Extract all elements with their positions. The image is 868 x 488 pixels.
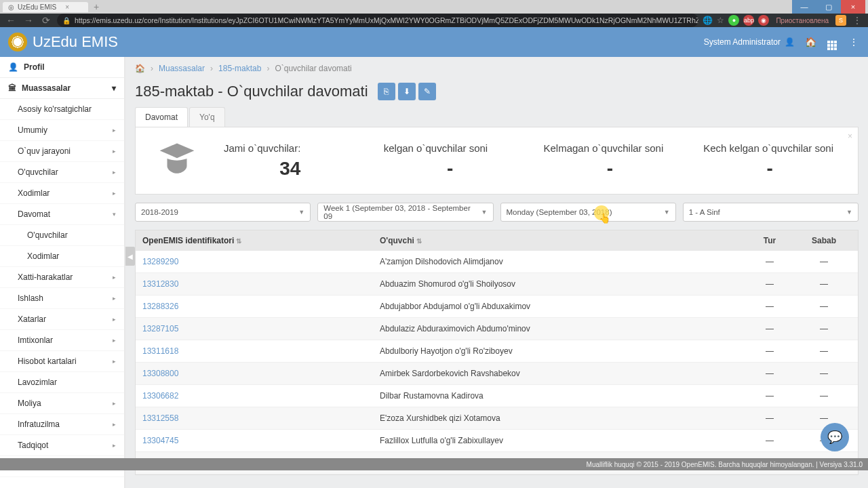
- sidebar-item[interactable]: Umumiy▸: [0, 120, 124, 141]
- table-row[interactable]: 13306682Dilbar Rustamovna Kadirova——: [136, 385, 858, 407]
- address-bar[interactable]: 🔒 https://emis.uzedu.uz/core/Institution…: [57, 14, 698, 27]
- lock-icon: 🔒: [62, 17, 71, 24]
- sidebar-item[interactable]: O'quvchilar: [0, 225, 124, 246]
- sidebar-item[interactable]: Imtixonlar▸: [0, 330, 124, 351]
- sidebar-item[interactable]: Xatti-harakatlar▸: [0, 267, 124, 288]
- table-row[interactable]: 13289290A'zamjon Dilshodovich Alimdjanov…: [136, 251, 858, 273]
- student-id-link[interactable]: 13304745: [142, 436, 380, 445]
- app-logo-icon: [8, 33, 27, 52]
- sidebar-item[interactable]: Tadqiqot▸: [0, 435, 124, 456]
- close-tab-icon[interactable]: ×: [65, 3, 69, 11]
- translate-icon[interactable]: 🌐: [703, 16, 713, 25]
- student-id-link[interactable]: 13287105: [142, 324, 380, 333]
- sidebar-item[interactable]: O`quv jarayoni▸: [0, 141, 124, 162]
- cell: —: [797, 279, 851, 289]
- apps-icon[interactable]: [826, 35, 838, 50]
- cell: —: [743, 257, 797, 266]
- chevron-right-icon: ▸: [113, 148, 116, 155]
- stat-label: Kech kelgan o`quvchilar soni: [703, 142, 836, 154]
- home-icon[interactable]: 🏠: [804, 37, 816, 47]
- browser-tab[interactable]: ◎ UzEdu EMIS ×: [3, 2, 88, 12]
- star-icon[interactable]: ☆: [717, 16, 724, 25]
- edit-button[interactable]: ✎: [418, 83, 436, 100]
- stat-label: kelgan o`quvchilar soni: [384, 142, 517, 154]
- profile-icon: 👤: [8, 62, 18, 72]
- student-name: Fazlillox Lutfulla o'g'li Zabixullayev: [380, 436, 743, 445]
- table-row[interactable]: 13304745Fazlillox Lutfulla o'g'li Zabixu…: [136, 430, 858, 452]
- chevron-right-icon: ▸: [113, 358, 116, 365]
- sidebar-collapse-button[interactable]: ◀: [125, 247, 135, 266]
- student-id-link[interactable]: 13312830: [142, 279, 380, 289]
- class-select[interactable]: 1 - A Sinf▼: [683, 203, 859, 222]
- paused-label[interactable]: Приостановлена: [773, 17, 831, 24]
- col-header[interactable]: OpenEMIS identifikatori: [142, 236, 234, 245]
- sidebar-section-header[interactable]: 🏛 Muassasalar ▾: [0, 78, 124, 99]
- page-title: 185-maktab - O`quvchilar davomati: [135, 83, 368, 100]
- col-header[interactable]: Sabab: [797, 236, 851, 245]
- col-header[interactable]: O'quvchi: [380, 236, 414, 245]
- reload-icon[interactable]: ⟳: [39, 15, 53, 26]
- caret-icon: ▼: [481, 209, 488, 216]
- table-row[interactable]: 13288326Abdujabbor Abdujamol o'g'li Abdu…: [136, 296, 858, 318]
- chat-fab-button[interactable]: 💬: [821, 423, 849, 451]
- close-icon[interactable]: ×: [848, 131, 852, 141]
- profile-avatar-icon[interactable]: S: [835, 15, 846, 26]
- sidebar-item[interactable]: O'quvchilar▸: [0, 162, 124, 183]
- student-id-link[interactable]: 13311618: [142, 346, 380, 356]
- menu-icon[interactable]: ⋮: [850, 15, 864, 26]
- col-header[interactable]: Tur: [743, 236, 797, 245]
- year-select[interactable]: 2018-2019▼: [135, 203, 311, 222]
- table-row[interactable]: 13312558E'zoza Xurshidbek qizi Xotamova—…: [136, 407, 858, 430]
- table-row[interactable]: 13308800Amirbek Sardorbekovich Ravshabek…: [136, 363, 858, 385]
- sidebar-item[interactable]: Infratuzilma▸: [0, 414, 124, 435]
- sidebar-item[interactable]: Hisobot kartalari▸: [0, 351, 124, 372]
- import-button[interactable]: ⬇: [398, 83, 416, 100]
- tab-yoq[interactable]: Yo'q: [189, 107, 225, 127]
- week-select[interactable]: Week 1 (September 03, 2018 - September 0…: [317, 203, 493, 222]
- sidebar-item[interactable]: Ishlash▸: [0, 288, 124, 309]
- sidebar-item[interactable]: Moliya▸: [0, 393, 124, 414]
- back-icon[interactable]: ←: [4, 15, 18, 26]
- sidebar-item[interactable]: Xatarlar▸: [0, 309, 124, 330]
- chevron-down-icon: ▾: [112, 83, 116, 93]
- student-id-link[interactable]: 13312558: [142, 413, 380, 423]
- extension-icon[interactable]: abp: [743, 15, 754, 26]
- student-id-link[interactable]: 13308800: [142, 369, 380, 378]
- maximize-icon[interactable]: ▢: [816, 0, 841, 14]
- more-icon[interactable]: ⋮: [848, 37, 860, 47]
- sidebar-profile[interactable]: 👤 Profil: [0, 57, 124, 78]
- close-window-icon[interactable]: ×: [841, 0, 865, 14]
- sidebar-item[interactable]: Lavozimlar: [0, 372, 124, 393]
- table-row[interactable]: 13312830Abduazim Shomurod o'g'li Shoilyo…: [136, 273, 858, 296]
- student-id-link[interactable]: 13288326: [142, 302, 380, 311]
- export-button[interactable]: ⎘: [378, 83, 395, 100]
- day-select[interactable]: Monday (September 03, 2018)▼ 👆: [500, 203, 676, 222]
- chevron-right-icon: ▸: [113, 337, 116, 344]
- chevron-right-icon: ▸: [113, 400, 116, 407]
- chevron-right-icon: ▸: [113, 316, 116, 323]
- extension-icon[interactable]: ●: [728, 15, 739, 26]
- sidebar-item[interactable]: Davomat▾: [0, 204, 124, 225]
- sidebar-item[interactable]: Xodimlar▸: [0, 183, 124, 204]
- cell: —: [743, 346, 797, 356]
- new-tab-icon[interactable]: +: [94, 1, 99, 12]
- sidebar-item[interactable]: Asosiy ko'rsatgichlar: [0, 99, 124, 120]
- tab-davomat[interactable]: Davomat: [135, 107, 188, 127]
- user-menu[interactable]: System Administrator 👤: [704, 37, 795, 47]
- student-name: Abdulaziz Abduraximovich Abdumo'minov: [380, 324, 743, 333]
- sidebar-item[interactable]: Xodimlar: [0, 246, 124, 267]
- breadcrumb-link[interactable]: 185-maktab: [218, 64, 261, 73]
- home-icon[interactable]: 🏠: [135, 64, 145, 73]
- cell: —: [743, 324, 797, 333]
- extension-icon[interactable]: ◉: [758, 15, 769, 26]
- student-id-link[interactable]: 13289290: [142, 257, 380, 266]
- student-id-link[interactable]: 13306682: [142, 391, 380, 401]
- chevron-right-icon: ▾: [113, 211, 116, 218]
- table-row[interactable]: 13311618Abdulboriy Hayotjon o'g'li Ro'zi…: [136, 340, 858, 363]
- tab-favicon: ◎: [8, 3, 14, 11]
- minimize-icon[interactable]: —: [792, 0, 816, 14]
- forward-icon[interactable]: →: [22, 15, 35, 26]
- cell: —: [743, 436, 797, 445]
- breadcrumb-link[interactable]: Muassasalar: [159, 64, 205, 73]
- table-row[interactable]: 13287105Abdulaziz Abduraximovich Abdumo'…: [136, 318, 858, 340]
